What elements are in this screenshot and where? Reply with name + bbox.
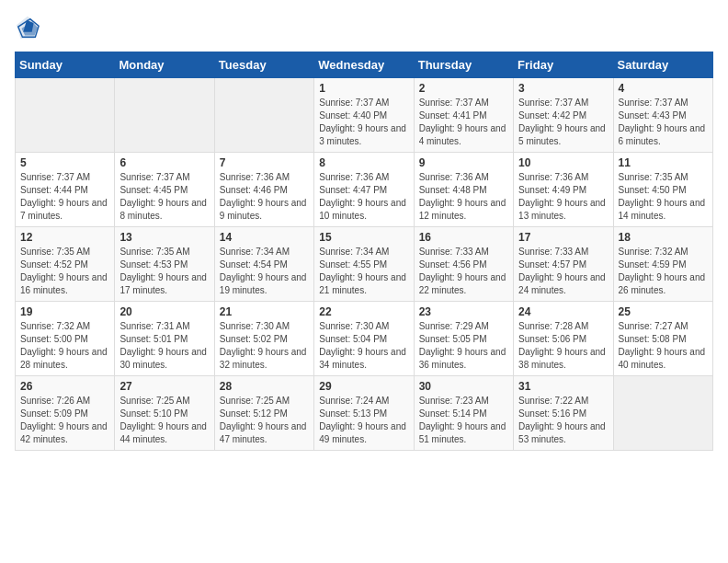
day-number: 10 [518,156,608,169]
day-number: 22 [319,305,408,318]
day-info: Sunrise: 7:34 AMSunset: 4:55 PMDaylight:… [319,246,408,297]
weekday-header-saturday: Saturday [613,52,712,78]
calendar-week-row: 1Sunrise: 7:37 AMSunset: 4:40 PMDaylight… [16,78,713,153]
calendar-cell: 5Sunrise: 7:37 AMSunset: 4:44 PMDaylight… [16,153,115,227]
weekday-header-thursday: Thursday [414,52,513,78]
calendar-week-row: 26Sunrise: 7:26 AMSunset: 5:09 PMDayligh… [16,376,713,451]
calendar-cell: 18Sunrise: 7:32 AMSunset: 4:59 PMDayligh… [613,227,712,302]
day-info: Sunrise: 7:37 AMSunset: 4:43 PMDaylight:… [619,97,708,148]
calendar-cell: 7Sunrise: 7:36 AMSunset: 4:46 PMDaylight… [214,153,313,227]
day-info: Sunrise: 7:25 AMSunset: 5:12 PMDaylight:… [220,395,309,446]
calendar-cell: 21Sunrise: 7:30 AMSunset: 5:02 PMDayligh… [214,302,313,376]
day-number: 3 [518,82,608,95]
calendar-cell: 17Sunrise: 7:33 AMSunset: 4:57 PMDayligh… [514,227,613,302]
day-info: Sunrise: 7:36 AMSunset: 4:48 PMDaylight:… [419,171,508,223]
calendar-cell: 26Sunrise: 7:26 AMSunset: 5:09 PMDayligh… [16,376,115,451]
day-info: Sunrise: 7:24 AMSunset: 5:13 PMDaylight:… [319,395,408,446]
day-info: Sunrise: 7:23 AMSunset: 5:14 PMDaylight:… [419,395,508,446]
weekday-header-tuesday: Tuesday [214,52,313,78]
day-number: 5 [20,156,109,169]
day-number: 1 [319,82,408,95]
day-number: 16 [419,231,508,244]
weekday-header-sunday: Sunday [16,52,115,78]
day-info: Sunrise: 7:37 AMSunset: 4:45 PMDaylight:… [119,171,209,223]
calendar-cell: 8Sunrise: 7:36 AMSunset: 4:47 PMDaylight… [314,153,414,227]
calendar-cell [613,376,712,451]
calendar-cell: 2Sunrise: 7:37 AMSunset: 4:41 PMDaylight… [414,78,513,153]
day-info: Sunrise: 7:35 AMSunset: 4:50 PMDaylight:… [619,171,708,223]
day-info: Sunrise: 7:36 AMSunset: 4:46 PMDaylight:… [220,171,309,223]
calendar-week-row: 12Sunrise: 7:35 AMSunset: 4:52 PMDayligh… [16,227,713,302]
calendar-cell [214,78,313,153]
day-number: 2 [419,82,508,95]
day-number: 30 [419,380,508,393]
calendar-cell: 28Sunrise: 7:25 AMSunset: 5:12 PMDayligh… [214,376,313,451]
day-number: 21 [220,305,309,318]
day-number: 4 [619,82,708,95]
day-info: Sunrise: 7:31 AMSunset: 5:01 PMDaylight:… [119,320,209,372]
day-number: 6 [119,156,209,169]
day-info: Sunrise: 7:30 AMSunset: 5:04 PMDaylight:… [319,320,408,372]
day-number: 17 [518,231,608,244]
day-info: Sunrise: 7:37 AMSunset: 4:44 PMDaylight:… [20,171,109,223]
weekday-header-row: SundayMondayTuesdayWednesdayThursdayFrid… [16,52,713,78]
day-number: 20 [119,305,209,318]
calendar-cell: 27Sunrise: 7:25 AMSunset: 5:10 PMDayligh… [115,376,214,451]
day-number: 27 [119,380,209,393]
day-info: Sunrise: 7:37 AMSunset: 4:41 PMDaylight:… [419,97,508,148]
calendar-week-row: 19Sunrise: 7:32 AMSunset: 5:00 PMDayligh… [16,302,713,376]
calendar-cell [115,78,214,153]
day-number: 19 [20,305,109,318]
day-info: Sunrise: 7:22 AMSunset: 5:16 PMDaylight:… [518,395,608,446]
calendar-cell: 9Sunrise: 7:36 AMSunset: 4:48 PMDaylight… [414,153,513,227]
day-number: 9 [419,156,508,169]
logo-icon [15,15,40,40]
calendar-cell: 4Sunrise: 7:37 AMSunset: 4:43 PMDaylight… [613,78,712,153]
day-number: 8 [319,156,408,169]
day-info: Sunrise: 7:32 AMSunset: 4:59 PMDaylight:… [619,246,708,297]
calendar-cell: 15Sunrise: 7:34 AMSunset: 4:55 PMDayligh… [314,227,414,302]
weekday-header-monday: Monday [115,52,214,78]
weekday-header-wednesday: Wednesday [314,52,414,78]
day-number: 18 [619,231,708,244]
day-info: Sunrise: 7:25 AMSunset: 5:10 PMDaylight:… [119,395,209,446]
calendar-cell: 30Sunrise: 7:23 AMSunset: 5:14 PMDayligh… [414,376,513,451]
page-header [15,15,713,40]
day-info: Sunrise: 7:33 AMSunset: 4:57 PMDaylight:… [518,246,608,297]
calendar-cell: 24Sunrise: 7:28 AMSunset: 5:06 PMDayligh… [514,302,613,376]
day-number: 31 [518,380,608,393]
day-info: Sunrise: 7:28 AMSunset: 5:06 PMDaylight:… [518,320,608,372]
day-info: Sunrise: 7:36 AMSunset: 4:47 PMDaylight:… [319,171,408,223]
calendar-cell: 6Sunrise: 7:37 AMSunset: 4:45 PMDaylight… [115,153,214,227]
calendar-cell: 22Sunrise: 7:30 AMSunset: 5:04 PMDayligh… [314,302,414,376]
day-info: Sunrise: 7:27 AMSunset: 5:08 PMDaylight:… [619,320,708,372]
calendar-cell: 10Sunrise: 7:36 AMSunset: 4:49 PMDayligh… [514,153,613,227]
calendar-cell: 1Sunrise: 7:37 AMSunset: 4:40 PMDaylight… [314,78,414,153]
calendar-week-row: 5Sunrise: 7:37 AMSunset: 4:44 PMDaylight… [16,153,713,227]
day-number: 25 [619,305,708,318]
calendar-cell: 3Sunrise: 7:37 AMSunset: 4:42 PMDaylight… [514,78,613,153]
calendar-cell: 31Sunrise: 7:22 AMSunset: 5:16 PMDayligh… [514,376,613,451]
day-info: Sunrise: 7:32 AMSunset: 5:00 PMDaylight:… [20,320,109,372]
logo [15,15,44,40]
day-number: 26 [20,380,109,393]
calendar-cell: 29Sunrise: 7:24 AMSunset: 5:13 PMDayligh… [314,376,414,451]
calendar-cell: 25Sunrise: 7:27 AMSunset: 5:08 PMDayligh… [613,302,712,376]
calendar-cell: 13Sunrise: 7:35 AMSunset: 4:53 PMDayligh… [115,227,214,302]
day-info: Sunrise: 7:30 AMSunset: 5:02 PMDaylight:… [220,320,309,372]
day-number: 29 [319,380,408,393]
calendar-cell: 23Sunrise: 7:29 AMSunset: 5:05 PMDayligh… [414,302,513,376]
weekday-header-friday: Friday [514,52,613,78]
day-info: Sunrise: 7:26 AMSunset: 5:09 PMDaylight:… [20,395,109,446]
day-number: 23 [419,305,508,318]
calendar-cell: 19Sunrise: 7:32 AMSunset: 5:00 PMDayligh… [16,302,115,376]
day-info: Sunrise: 7:35 AMSunset: 4:53 PMDaylight:… [119,246,209,297]
day-info: Sunrise: 7:29 AMSunset: 5:05 PMDaylight:… [419,320,508,372]
day-number: 15 [319,231,408,244]
day-number: 12 [20,231,109,244]
day-info: Sunrise: 7:34 AMSunset: 4:54 PMDaylight:… [220,246,309,297]
day-number: 11 [619,156,708,169]
calendar-cell: 11Sunrise: 7:35 AMSunset: 4:50 PMDayligh… [613,153,712,227]
calendar-cell [16,78,115,153]
day-number: 24 [518,305,608,318]
